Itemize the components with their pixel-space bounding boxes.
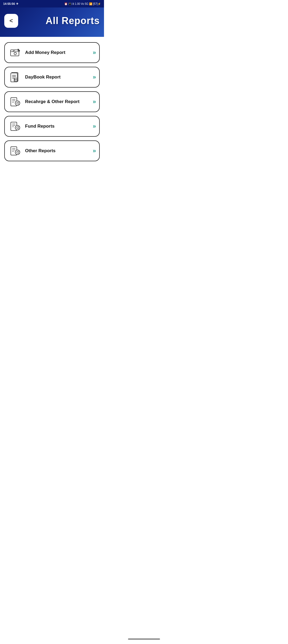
daybook-icon: [9, 71, 21, 83]
recharge-icon: [9, 96, 21, 108]
report-item-left: Add Money Report: [9, 46, 65, 59]
chevron-right-icon: »: [93, 123, 95, 130]
chevron-right-icon: »: [93, 147, 95, 154]
add-money-icon: [9, 46, 21, 59]
report-item-left: DayBook Report: [9, 71, 61, 83]
report-label: Add Money Report: [25, 50, 65, 55]
page-title: All Reports: [46, 15, 100, 26]
chevron-right-icon: »: [93, 98, 95, 105]
report-label: Other Reports: [25, 148, 55, 154]
status-time: 14:55:56 ✈: [3, 2, 18, 6]
status-icons: ⏰ 📳 𝔹 1.00 Vo 5G 📶 [57]⚡: [64, 2, 101, 5]
svg-point-1: [14, 52, 17, 55]
back-button[interactable]: <: [4, 14, 18, 28]
report-item-add-money[interactable]: Add Money Report»: [4, 42, 100, 63]
reports-list: Add Money Report» DayBook Report» R: [0, 37, 104, 167]
report-item-left: Other Reports: [9, 145, 55, 157]
chevron-right-icon: »: [93, 74, 95, 81]
status-bar: 14:55:56 ✈ ⏰ 📳 𝔹 1.00 Vo 5G 📶 [57]⚡: [0, 0, 104, 7]
report-label: Fund Reports: [25, 124, 55, 129]
report-item-recharge-other[interactable]: Recahrge & Other Report»: [4, 91, 100, 112]
chevron-right-icon: »: [93, 49, 95, 56]
report-item-fund[interactable]: Fund Reports»: [4, 116, 100, 137]
report-item-left: Fund Reports: [9, 120, 55, 132]
report-label: Recahrge & Other Report: [25, 99, 79, 104]
report-item-daybook[interactable]: DayBook Report»: [4, 67, 100, 88]
header: < All Reports: [0, 7, 104, 37]
fund-icon: [9, 120, 21, 132]
report-item-left: Recahrge & Other Report: [9, 96, 79, 108]
report-item-other[interactable]: Other Reports»: [4, 140, 100, 161]
other-icon: [9, 145, 21, 157]
report-label: DayBook Report: [25, 74, 61, 80]
